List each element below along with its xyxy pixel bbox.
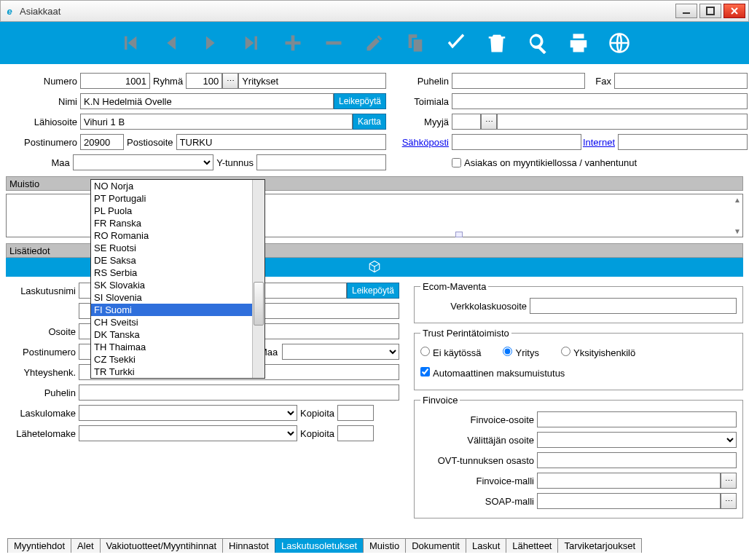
edit-icon[interactable] <box>362 31 387 55</box>
ryhma-browse-button[interactable]: ⋯ <box>222 73 238 89</box>
ryhma-code-input[interactable] <box>186 73 222 89</box>
automaattinen-checkbox-label[interactable]: Automaattinen maksumuistutus <box>420 367 565 379</box>
puhelin-input[interactable] <box>452 73 585 89</box>
remove-icon[interactable] <box>321 31 346 55</box>
ovt-input[interactable] <box>537 452 737 468</box>
add-icon[interactable] <box>281 31 305 55</box>
ryhma-name-input[interactable] <box>238 73 386 89</box>
last-record-icon[interactable] <box>240 31 264 55</box>
trust-ei-option[interactable]: Ei käytössä <box>420 347 481 358</box>
postiosoite-label: Postiosoite <box>124 137 176 148</box>
toimiala-input[interactable] <box>452 93 748 109</box>
postinumero-input[interactable] <box>80 134 124 150</box>
tab-muistio[interactable]: Muistio <box>363 538 406 553</box>
maa-select[interactable] <box>73 154 213 170</box>
copy-icon[interactable] <box>403 31 428 55</box>
tab-laskut[interactable]: Laskut <box>466 538 506 553</box>
scrollbar-up-icon[interactable]: ▲ <box>734 196 741 204</box>
maa-option[interactable]: SE Ruotsi <box>91 242 252 254</box>
billing-postinumero-label: Postinumero <box>6 347 79 358</box>
nimi-input[interactable] <box>80 93 334 109</box>
postinumero-label: Postinumero <box>7 137 80 148</box>
memo-slider-handle[interactable] <box>455 232 463 237</box>
close-button[interactable] <box>723 4 745 18</box>
myyntikielto-checkbox[interactable] <box>452 158 461 167</box>
maximize-button[interactable] <box>699 4 721 18</box>
lahiosoite-input[interactable] <box>80 114 353 130</box>
trust-yksityis-option[interactable]: Yksityishenkilö <box>561 347 635 358</box>
maa-option[interactable]: RO Romania <box>91 229 252 242</box>
maa-option[interactable]: TH Thaimaa <box>91 341 252 353</box>
maa-option[interactable]: CZ Tsekki <box>91 353 252 366</box>
fax-input[interactable] <box>614 73 748 89</box>
ytunnus-input[interactable] <box>256 154 386 170</box>
sahkoposti-link[interactable]: Sähköposti <box>401 137 452 148</box>
tab-dokumentit[interactable]: Dokumentit <box>405 538 466 553</box>
dropdown-scrollbar[interactable] <box>252 180 264 378</box>
dropdown-scroll-thumb[interactable] <box>254 282 264 326</box>
search-icon[interactable] <box>525 31 550 55</box>
kartta-button[interactable]: Kartta <box>353 114 386 130</box>
tab-alet[interactable]: Alet <box>71 538 100 553</box>
myyja-code-input[interactable] <box>452 114 481 130</box>
muistio-right-box[interactable]: ▲ ▼ <box>192 194 743 237</box>
maa-label: Maa <box>7 157 73 168</box>
confirm-icon[interactable] <box>444 31 468 55</box>
verkkolaskuosoite-input[interactable] <box>530 298 737 314</box>
trash-icon[interactable] <box>485 31 509 55</box>
billing-maa-select[interactable] <box>282 344 399 360</box>
maa-option[interactable]: SI Slovenia <box>91 291 252 304</box>
tab-laskutusoletukset[interactable]: Laskutusoletukset <box>275 538 364 553</box>
maa-option[interactable]: PT Portugali <box>91 192 252 205</box>
maa-option[interactable]: NO Norja <box>91 180 252 192</box>
prev-record-icon[interactable] <box>158 31 183 55</box>
first-record-icon[interactable] <box>117 31 142 55</box>
globe-icon[interactable] <box>607 31 632 55</box>
laskulomake-label: Laskulomake <box>6 408 79 419</box>
maa-option[interactable]: FI Suomi <box>91 304 252 316</box>
numero-input[interactable] <box>80 73 150 89</box>
maa-option[interactable]: SK Slovakia <box>91 279 252 291</box>
print-icon[interactable] <box>566 31 591 55</box>
soap-malli-input[interactable] <box>537 493 721 509</box>
next-record-icon[interactable] <box>199 31 224 55</box>
valittaja-osoite-select[interactable] <box>537 432 737 448</box>
svg-rect-0 <box>683 12 690 14</box>
tab-hinnastot[interactable]: Hinnastot <box>222 538 275 553</box>
maa-option[interactable]: FR Ranska <box>91 217 252 229</box>
maa-option[interactable]: RS Serbia <box>91 267 252 279</box>
maa-option[interactable]: DK Tanska <box>91 328 252 341</box>
finvoice-malli-browse-button[interactable]: ⋯ <box>721 473 737 489</box>
maa-option[interactable]: CH Sveitsi <box>91 316 252 328</box>
maa-option[interactable]: TR Turkki <box>91 366 252 378</box>
leikepoyta-button[interactable]: Leikepöytä <box>334 93 386 109</box>
finvoice-malli-input[interactable] <box>537 473 721 489</box>
billing-leikepoyta-button[interactable]: Leikepöytä <box>347 283 399 299</box>
scrollbar-down-icon[interactable]: ▼ <box>734 227 741 235</box>
tab-myyntiehdot[interactable]: Myyntiehdot <box>7 538 71 553</box>
toimiala-label: Toimiala <box>401 96 452 107</box>
maa-option[interactable]: DE Saksa <box>91 254 252 267</box>
fax-label: Fax <box>585 76 614 87</box>
myyja-browse-button[interactable]: ⋯ <box>481 114 497 130</box>
tab-l-hetteet[interactable]: Lähetteet <box>506 538 558 553</box>
sahkoposti-input[interactable] <box>452 134 581 150</box>
kopioita-input-1[interactable] <box>337 405 374 421</box>
finvoice-osoite-input[interactable] <box>537 411 737 427</box>
soap-malli-browse-button[interactable]: ⋯ <box>721 493 737 509</box>
maa-option[interactable]: PL Puola <box>91 205 252 217</box>
svg-rect-1 <box>707 7 714 15</box>
billing-puhelin-input[interactable] <box>79 384 399 401</box>
trust-yritys-option[interactable]: Yritys <box>503 347 539 358</box>
tab-vakiotuotteet-myyntihinnat[interactable]: Vakiotuotteet/Myyntihinnat <box>100 538 224 553</box>
myyja-name-input[interactable] <box>497 114 748 130</box>
kopioita-input-2[interactable] <box>337 425 374 441</box>
internet-input[interactable] <box>618 134 748 150</box>
minimize-button[interactable] <box>675 4 697 18</box>
internet-link[interactable]: Internet <box>581 137 618 148</box>
titlebar: e Asiakkaat <box>0 0 749 22</box>
lahetelomake-select[interactable] <box>79 425 297 441</box>
postiosoite-input[interactable] <box>176 134 386 150</box>
laskulomake-select[interactable] <box>79 405 297 421</box>
tab-tarviketarjoukset[interactable]: Tarviketarjoukset <box>557 538 642 553</box>
